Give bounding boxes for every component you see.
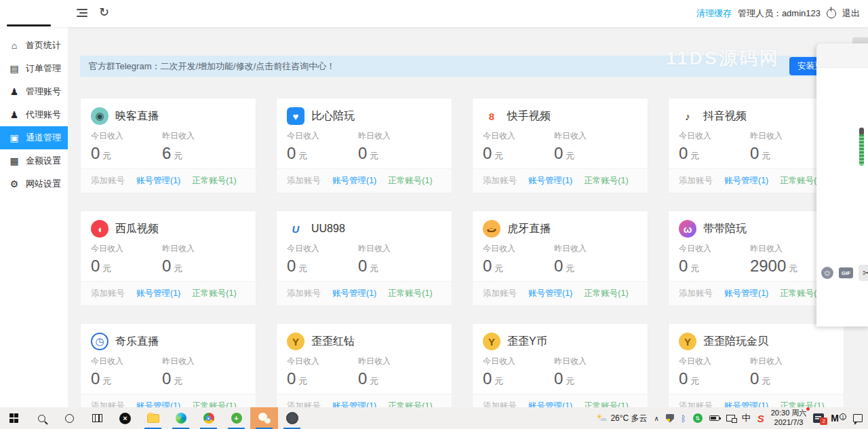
sidebar-item[interactable]: ▦ 金额设置 bbox=[0, 149, 68, 172]
add-account-link[interactable]: 添加账号 bbox=[679, 175, 713, 187]
account-manage-link[interactable]: 账号管理(1) bbox=[332, 175, 376, 187]
windows-logo-icon bbox=[9, 413, 19, 423]
channel-icon: ♥ bbox=[287, 107, 304, 125]
battery-icon[interactable] bbox=[709, 415, 719, 421]
account-manage-link[interactable]: 账号管理(1) bbox=[332, 400, 376, 407]
wechat-button[interactable] bbox=[250, 407, 278, 429]
pinwheel-app-button[interactable]: × bbox=[111, 407, 139, 429]
normal-account-link[interactable]: 正常账号(1) bbox=[780, 400, 824, 407]
gif-icon[interactable]: GIF bbox=[839, 267, 853, 278]
power-icon[interactable] bbox=[827, 9, 836, 18]
weather-widget[interactable]: ☀☁ 26°C 多云 bbox=[595, 413, 647, 424]
bluetooth-icon[interactable]: ᛒ bbox=[681, 413, 686, 424]
normal-account-link[interactable]: 正常账号(1) bbox=[584, 288, 628, 299]
add-account-link[interactable]: 添加账号 bbox=[483, 400, 517, 407]
normal-account-link[interactable]: 正常账号(1) bbox=[192, 175, 236, 187]
add-account-link[interactable]: 添加账号 bbox=[483, 288, 517, 299]
account-manage-link[interactable]: 账号管理(1) bbox=[724, 400, 768, 407]
add-account-link[interactable]: 添加账号 bbox=[91, 175, 125, 187]
channel-icon: Y bbox=[679, 333, 696, 350]
network-icon[interactable] bbox=[726, 415, 735, 422]
account-manage-link[interactable]: 账号管理(1) bbox=[136, 288, 180, 299]
sogou-input-icon[interactable]: S bbox=[757, 413, 764, 424]
add-account-link[interactable]: 添加账号 bbox=[483, 175, 517, 187]
sidebar-item[interactable]: ▣ 通道管理 bbox=[0, 126, 68, 149]
normal-account-link[interactable]: 正常账号(1) bbox=[388, 175, 432, 187]
account-manage-link[interactable]: 账号管理(1) bbox=[136, 400, 180, 407]
taskbar-search-button[interactable] bbox=[28, 407, 56, 429]
channel-card: ♥ 比心陪玩 今日收入 0元 昨日收入 0元 添加账号 账号管理(1) 正常账号… bbox=[276, 98, 452, 193]
yesterday-income-value: 0 bbox=[750, 369, 759, 388]
add-account-link[interactable]: 添加账号 bbox=[287, 288, 321, 299]
income-unit: 元 bbox=[102, 263, 111, 274]
collapse-menu-icon[interactable] bbox=[77, 9, 87, 18]
account-manage-link[interactable]: 账号管理(1) bbox=[528, 175, 572, 187]
logout-link[interactable]: 退出 bbox=[842, 7, 860, 20]
account-manage-link[interactable]: 账号管理(1) bbox=[528, 288, 572, 299]
cortana-button[interactable] bbox=[56, 407, 83, 429]
start-button[interactable] bbox=[0, 407, 28, 429]
green-app-button[interactable]: + bbox=[222, 407, 250, 429]
notice-banner[interactable]: 官方群Telegram：二次开发/增加功能/修改/点击前往咨询中心！ bbox=[80, 56, 844, 77]
sidebar-item[interactable]: ♟ 管理账号 bbox=[0, 80, 68, 103]
channel-icon: ◉ bbox=[91, 107, 108, 125]
edge-browser-button[interactable] bbox=[167, 407, 195, 429]
chrome-browser-button[interactable] bbox=[195, 407, 222, 429]
account-manage-link[interactable]: 账号管理(1) bbox=[136, 175, 180, 187]
account-manage-link[interactable]: 账号管理(1) bbox=[528, 400, 572, 407]
site-logo bbox=[5, 1, 53, 26]
ime-mode-button[interactable]: M 1 bbox=[831, 413, 846, 423]
channel-title: 歪歪红钻 bbox=[311, 335, 355, 349]
security-shield-icon[interactable] bbox=[666, 414, 674, 423]
normal-account-link[interactable]: 正常账号(1) bbox=[388, 288, 432, 299]
add-account-link[interactable]: 添加账号 bbox=[287, 400, 321, 407]
task-view-button[interactable] bbox=[83, 407, 111, 429]
scrollbar-thumb[interactable] bbox=[859, 134, 864, 166]
normal-account-link[interactable]: 正常账号(1) bbox=[584, 175, 628, 187]
avatar-app-button[interactable] bbox=[278, 407, 306, 429]
sync-tray-icon[interactable]: ⇅ bbox=[693, 413, 703, 423]
add-account-link[interactable]: 添加账号 bbox=[91, 400, 125, 407]
today-income-label: 今日收入 bbox=[679, 243, 750, 255]
green-app-icon: + bbox=[231, 413, 242, 424]
today-income-label: 今日收入 bbox=[287, 130, 358, 142]
notice-banner-text: 官方群Telegram：二次开发/增加功能/修改/点击前往咨询中心！ bbox=[89, 60, 335, 73]
sidebar-item[interactable]: ⌂ 首页统计 bbox=[0, 34, 68, 57]
add-account-link[interactable]: 添加账号 bbox=[91, 288, 125, 299]
add-account-link[interactable]: 添加账号 bbox=[679, 400, 713, 407]
mail-tray-button[interactable]: 2 bbox=[813, 413, 824, 423]
income-unit: 元 bbox=[789, 263, 797, 274]
emoji-icon[interactable]: ☺ bbox=[821, 267, 833, 279]
screenshot-scissors-icon[interactable]: ✂ bbox=[859, 265, 868, 281]
add-account-link[interactable]: 添加账号 bbox=[287, 175, 321, 187]
hidden-icons-chevron[interactable]: ∧ bbox=[654, 415, 659, 422]
channel-card: U UU898 今日收入 0元 昨日收入 0元 添加账号 账号管理(1) 正常账… bbox=[276, 210, 452, 306]
normal-account-link[interactable]: 正常账号(1) bbox=[192, 288, 236, 299]
normal-account-link[interactable]: 正常账号(1) bbox=[192, 400, 236, 407]
channel-icon: ♪ bbox=[679, 107, 696, 125]
task-view-icon bbox=[92, 414, 102, 422]
income-unit: 元 bbox=[174, 263, 182, 274]
sidebar-item[interactable]: ♟ 代理账号 bbox=[0, 103, 68, 126]
today-income-label: 今日收入 bbox=[91, 130, 162, 142]
today-income-value: 0 bbox=[679, 144, 688, 162]
action-center-icon[interactable] bbox=[853, 414, 863, 422]
sidebar-item[interactable]: ⚙ 网站设置 bbox=[0, 172, 68, 195]
income-unit: 元 bbox=[494, 376, 503, 386]
refresh-icon[interactable]: ↻ bbox=[99, 5, 109, 20]
channel-card: Y 歪歪红钻 今日收入 0元 昨日收入 0元 添加账号 账号管理(1) 正常账号… bbox=[276, 323, 452, 407]
clear-cache-link[interactable]: 清理缓存 bbox=[696, 7, 732, 20]
account-manage-link[interactable]: 账号管理(1) bbox=[332, 288, 376, 299]
taskbar-clock[interactable]: 20:30 周六 2021/7/3 bbox=[771, 409, 807, 428]
normal-account-link[interactable]: 正常账号(1) bbox=[584, 400, 628, 407]
file-explorer-button[interactable] bbox=[139, 407, 167, 429]
ime-indicator[interactable]: 中 bbox=[742, 412, 751, 424]
normal-account-link[interactable]: 正常账号(1) bbox=[388, 400, 432, 407]
account-manage-link[interactable]: 账号管理(1) bbox=[724, 175, 768, 187]
add-account-link[interactable]: 添加账号 bbox=[679, 288, 713, 299]
income-unit: 元 bbox=[762, 376, 770, 386]
sidebar-item[interactable]: ▤ 订单管理 bbox=[0, 57, 68, 80]
channel-title: 抖音视频 bbox=[703, 109, 747, 124]
account-manage-link[interactable]: 账号管理(1) bbox=[724, 288, 768, 299]
income-unit: 元 bbox=[690, 151, 699, 161]
